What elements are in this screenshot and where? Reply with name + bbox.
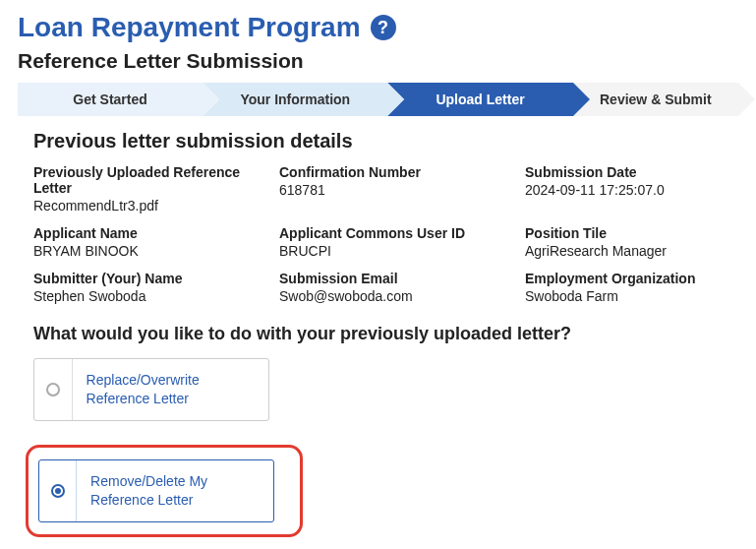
radio-replace[interactable] (34, 359, 73, 420)
detail-value: BRUCPI (279, 243, 515, 259)
detail-label: Applicant Commons User ID (279, 225, 515, 241)
option-remove-label: Remove/Delete My Reference Letter (77, 460, 273, 521)
detail-label: Position Tile (525, 225, 741, 241)
detail-cell: Applicant Commons User ID BRUCPI (279, 225, 515, 259)
step-review-submit[interactable]: Review & Submit (573, 83, 738, 116)
detail-value: BRYAM BINOOK (33, 243, 269, 259)
step-upload-letter[interactable]: Upload Letter (387, 83, 572, 116)
detail-value: 618781 (279, 182, 515, 198)
help-icon[interactable]: ? (371, 15, 396, 40)
detail-value: AgriResearch Manager (525, 243, 741, 259)
detail-value: Stephen Swoboda (33, 288, 269, 304)
highlight-box: Remove/Delete My Reference Letter (26, 445, 303, 537)
radio-remove[interactable] (39, 460, 77, 521)
page-subtitle: Reference Letter Submission (18, 49, 738, 73)
option-replace-label: Replace/Overwrite Reference Letter (73, 359, 268, 420)
detail-cell: Submission Date 2024-09-11 17:25:07.0 (525, 164, 741, 214)
option-remove[interactable]: Remove/Delete My Reference Letter (38, 459, 274, 522)
detail-label: Submitter (Your) Name (33, 271, 269, 286)
detail-label: Submission Email (279, 271, 515, 286)
option-replace[interactable]: Replace/Overwrite Reference Letter (33, 358, 269, 421)
page-title: Loan Repayment Program (18, 12, 361, 43)
detail-cell: Confirmation Number 618781 (279, 164, 515, 214)
detail-value: RecommendLtr3.pdf (33, 198, 269, 214)
step-your-information[interactable]: Your Information (203, 83, 387, 116)
detail-value: Swob@swoboda.com (279, 288, 515, 304)
detail-label: Previously Uploaded Reference Letter (33, 164, 269, 196)
detail-cell: Submission Email Swob@swoboda.com (279, 271, 515, 304)
detail-label: Applicant Name (33, 225, 269, 241)
detail-label: Confirmation Number (279, 164, 515, 180)
detail-cell: Position Tile AgriResearch Manager (525, 225, 741, 259)
detail-value: 2024-09-11 17:25:07.0 (525, 182, 741, 198)
detail-value: Swoboda Farm (525, 288, 741, 304)
detail-cell: Applicant Name BRYAM BINOOK (33, 225, 269, 259)
detail-label: Employment Organization (525, 271, 741, 286)
section-heading: Previous letter submission details (33, 130, 723, 152)
detail-cell: Submitter (Your) Name Stephen Swoboda (33, 271, 269, 304)
step-get-started[interactable]: Get Started (18, 83, 203, 116)
stepper: Get Started Your Information Upload Lett… (18, 83, 738, 116)
question-text: What would you like to do with your prev… (33, 324, 723, 344)
detail-cell: Previously Uploaded Reference Letter Rec… (33, 164, 269, 214)
details-grid: Previously Uploaded Reference Letter Rec… (33, 164, 723, 304)
detail-cell: Employment Organization Swoboda Farm (525, 271, 741, 304)
detail-label: Submission Date (525, 164, 741, 180)
